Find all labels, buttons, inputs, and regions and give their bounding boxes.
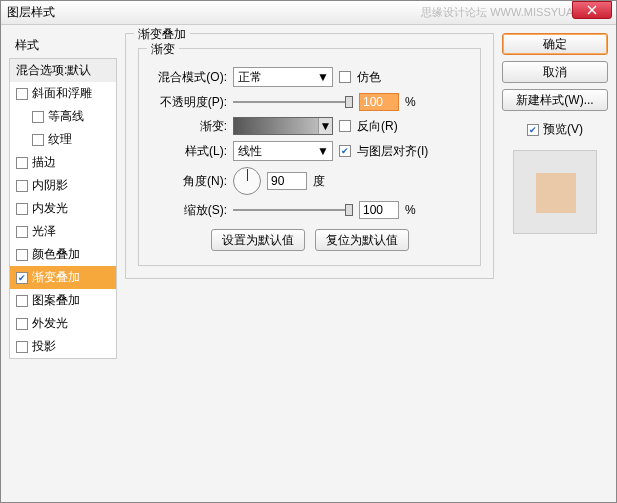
scale-label: 缩放(S): — [149, 202, 227, 219]
cancel-button[interactable]: 取消 — [502, 61, 608, 83]
style-item[interactable]: 斜面和浮雕 — [10, 82, 116, 105]
style-checkbox[interactable] — [16, 157, 28, 169]
style-checkbox[interactable] — [16, 226, 28, 238]
reverse-checkbox[interactable] — [339, 120, 351, 132]
make-default-button[interactable]: 设置为默认值 — [211, 229, 305, 251]
style-item-label: 描边 — [32, 154, 56, 171]
window-title: 图层样式 — [7, 4, 421, 21]
style-item-label: 投影 — [32, 338, 56, 355]
angle-input[interactable] — [267, 172, 307, 190]
angle-unit: 度 — [313, 173, 325, 190]
reverse-label: 反向(R) — [357, 118, 398, 135]
align-label: 与图层对齐(I) — [357, 143, 428, 160]
gradient-label: 渐变: — [149, 118, 227, 135]
gradient-group: 渐变 混合模式(O): 正常 ▼ 仿色 不透明度(P): — [138, 48, 481, 266]
gradient-overlay-group: 渐变叠加 渐变 混合模式(O): 正常 ▼ 仿色 不透明度(P): — [125, 33, 494, 279]
styles-list: 混合选项:默认 斜面和浮雕等高线纹理描边内阴影内发光光泽颜色叠加渐变叠加图案叠加… — [9, 58, 117, 359]
dither-label: 仿色 — [357, 69, 381, 86]
style-item-label: 渐变叠加 — [32, 269, 80, 286]
style-item[interactable]: 光泽 — [10, 220, 116, 243]
style-item-label: 纹理 — [48, 131, 72, 148]
style-checkbox[interactable] — [16, 88, 28, 100]
scale-input[interactable] — [359, 201, 399, 219]
chevron-down-icon: ▼ — [316, 70, 330, 84]
preview-thumbnail — [513, 150, 597, 234]
style-item[interactable]: 颜色叠加 — [10, 243, 116, 266]
styles-header: 样式 — [9, 33, 117, 58]
scale-slider[interactable] — [233, 201, 353, 219]
style-label: 样式(L): — [149, 143, 227, 160]
opacity-input[interactable] — [359, 93, 399, 111]
style-item-label: 外发光 — [32, 315, 68, 332]
style-checkbox[interactable] — [16, 341, 28, 353]
layer-style-dialog: 图层样式 思缘设计论坛 WWW.MISSYUAN.COM 样式 混合选项:默认 … — [0, 0, 617, 503]
ok-button[interactable]: 确定 — [502, 33, 608, 55]
close-icon — [587, 5, 597, 15]
style-checkbox[interactable] — [16, 272, 28, 284]
chevron-down-icon: ▼ — [316, 144, 330, 158]
style-item[interactable]: 等高线 — [10, 105, 116, 128]
style-item[interactable]: 纹理 — [10, 128, 116, 151]
angle-dial[interactable] — [233, 167, 261, 195]
style-item-label: 等高线 — [48, 108, 84, 125]
settings-panel: 渐变叠加 渐变 混合模式(O): 正常 ▼ 仿色 不透明度(P): — [125, 33, 494, 494]
style-item-label: 颜色叠加 — [32, 246, 80, 263]
style-select[interactable]: 线性 ▼ — [233, 141, 333, 161]
blend-mode-select[interactable]: 正常 ▼ — [233, 67, 333, 87]
style-item[interactable]: 外发光 — [10, 312, 116, 335]
style-item[interactable]: 渐变叠加 — [10, 266, 116, 289]
style-item-label: 斜面和浮雕 — [32, 85, 92, 102]
style-item[interactable]: 描边 — [10, 151, 116, 174]
style-item[interactable]: 内阴影 — [10, 174, 116, 197]
action-buttons: 确定 取消 新建样式(W)... 预览(V) — [502, 33, 608, 494]
style-checkbox[interactable] — [16, 318, 28, 330]
align-checkbox[interactable] — [339, 145, 351, 157]
angle-label: 角度(N): — [149, 173, 227, 190]
style-item-label: 内阴影 — [32, 177, 68, 194]
reset-default-button[interactable]: 复位为默认值 — [315, 229, 409, 251]
style-checkbox[interactable] — [16, 203, 28, 215]
style-checkbox[interactable] — [32, 134, 44, 146]
blend-mode-label: 混合模式(O): — [149, 69, 227, 86]
new-style-button[interactable]: 新建样式(W)... — [502, 89, 608, 111]
gradient-picker[interactable]: ▼ — [233, 117, 333, 135]
opacity-slider[interactable] — [233, 93, 353, 111]
style-item[interactable]: 内发光 — [10, 197, 116, 220]
close-button[interactable] — [572, 1, 612, 19]
styles-sidebar: 样式 混合选项:默认 斜面和浮雕等高线纹理描边内阴影内发光光泽颜色叠加渐变叠加图… — [9, 33, 117, 494]
dither-checkbox[interactable] — [339, 71, 351, 83]
style-item-label: 图案叠加 — [32, 292, 80, 309]
style-checkbox[interactable] — [32, 111, 44, 123]
style-item[interactable]: 投影 — [10, 335, 116, 358]
preview-label: 预览(V) — [543, 121, 583, 138]
style-checkbox[interactable] — [16, 180, 28, 192]
titlebar: 图层样式 思缘设计论坛 WWW.MISSYUAN.COM — [1, 1, 616, 25]
style-checkbox[interactable] — [16, 295, 28, 307]
gradient-subtitle: 渐变 — [147, 41, 179, 58]
style-checkbox[interactable] — [16, 249, 28, 261]
preview-checkbox[interactable] — [527, 124, 539, 136]
blending-options-header[interactable]: 混合选项:默认 — [10, 59, 116, 82]
style-item-label: 内发光 — [32, 200, 68, 217]
style-item[interactable]: 图案叠加 — [10, 289, 116, 312]
style-item-label: 光泽 — [32, 223, 56, 240]
chevron-down-icon: ▼ — [318, 118, 332, 134]
opacity-label: 不透明度(P): — [149, 94, 227, 111]
